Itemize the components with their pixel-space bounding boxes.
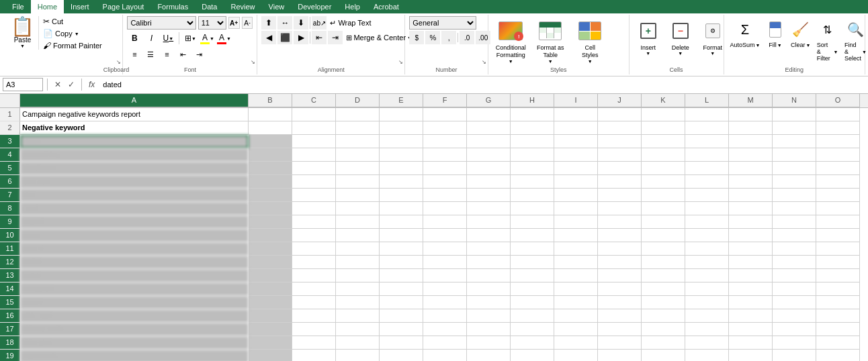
cell-l10[interactable] bbox=[685, 229, 729, 242]
delete-button[interactable]: − Delete ▼ bbox=[666, 16, 695, 57]
col-header-n[interactable]: N bbox=[773, 94, 816, 107]
row-header-2[interactable]: 2 bbox=[0, 121, 20, 135]
insert-dropdown-icon[interactable]: ▼ bbox=[646, 51, 650, 56]
cell-g7[interactable] bbox=[467, 189, 511, 202]
fill-dropdown-icon[interactable]: ▼ bbox=[210, 36, 214, 41]
accounting-format-button[interactable]: $ bbox=[409, 31, 424, 44]
cell-k10[interactable] bbox=[642, 229, 685, 242]
cell-k13[interactable] bbox=[642, 269, 685, 282]
cell-j16[interactable] bbox=[598, 309, 642, 323]
cell-c17[interactable] bbox=[292, 323, 336, 336]
cell-b5[interactable] bbox=[249, 162, 292, 175]
cell-o16[interactable] bbox=[816, 309, 860, 323]
cell-c19[interactable] bbox=[292, 350, 336, 361]
cell-b15[interactable] bbox=[249, 296, 292, 309]
autosum-dropdown[interactable]: ▼ bbox=[756, 43, 761, 48]
cell-m19[interactable] bbox=[729, 350, 773, 361]
cell-l11[interactable] bbox=[685, 242, 729, 256]
cell-n3[interactable] bbox=[773, 135, 816, 148]
cell-k17[interactable] bbox=[642, 323, 685, 336]
font-size-select[interactable]: 11 bbox=[198, 16, 226, 30]
cell-i19[interactable] bbox=[554, 350, 598, 361]
cell-o12[interactable] bbox=[816, 256, 860, 269]
middle-align-button[interactable]: ↔ bbox=[277, 16, 292, 30]
cancel-formula-button[interactable]: ✕ bbox=[52, 79, 64, 91]
cell-g3[interactable] bbox=[467, 135, 511, 148]
cell-j2[interactable] bbox=[598, 121, 642, 135]
paste-button[interactable]: 📋 Paste ▼ bbox=[7, 16, 39, 50]
center2-button[interactable]: ⬛ bbox=[277, 31, 292, 44]
cell-i2[interactable] bbox=[554, 121, 598, 135]
col-header-o[interactable]: O bbox=[816, 94, 860, 107]
cell-b17[interactable] bbox=[249, 323, 292, 336]
cell-a7[interactable]: litter bbox=[20, 189, 249, 202]
cs-dropdown-icon[interactable]: ▼ bbox=[588, 59, 593, 64]
font-color-button[interactable]: A ▼ bbox=[216, 31, 231, 46]
cell-m3[interactable] bbox=[729, 135, 773, 148]
cell-j3[interactable] bbox=[598, 135, 642, 148]
cell-b3[interactable] bbox=[249, 135, 292, 148]
cell-o6[interactable] bbox=[816, 175, 860, 189]
cell-l18[interactable] bbox=[685, 336, 729, 350]
cell-m13[interactable] bbox=[729, 269, 773, 282]
cell-h3[interactable] bbox=[511, 135, 554, 148]
row-header-1[interactable]: 1 bbox=[0, 108, 20, 121]
cell-c6[interactable] bbox=[292, 175, 336, 189]
cell-j15[interactable] bbox=[598, 296, 642, 309]
merge-center-button[interactable]: ⊞ Merge & Center ▼ bbox=[344, 33, 414, 43]
cell-h12[interactable] bbox=[511, 256, 554, 269]
cell-n17[interactable] bbox=[773, 323, 816, 336]
increase-font-size-button[interactable]: A+ bbox=[228, 17, 240, 29]
cell-c10[interactable] bbox=[292, 229, 336, 242]
cell-j4[interactable] bbox=[598, 148, 642, 162]
cell-c15[interactable] bbox=[292, 296, 336, 309]
cell-j1[interactable] bbox=[598, 108, 642, 121]
cell-i1[interactable] bbox=[554, 108, 598, 121]
cell-l3[interactable] bbox=[685, 135, 729, 148]
cell-f12[interactable] bbox=[423, 256, 467, 269]
cell-i14[interactable] bbox=[554, 282, 598, 296]
cell-g1[interactable] bbox=[467, 108, 511, 121]
cell-g9[interactable] bbox=[467, 215, 511, 229]
cell-e19[interactable] bbox=[380, 350, 423, 361]
cell-f9[interactable] bbox=[423, 215, 467, 229]
cell-b12[interactable] bbox=[249, 256, 292, 269]
sort-dropdown[interactable]: ▼ bbox=[833, 50, 838, 54]
tab-developer[interactable]: Developer bbox=[291, 0, 338, 13]
cell-o7[interactable] bbox=[816, 189, 860, 202]
autosum-button[interactable]: Σ AutoSum ▼ bbox=[728, 16, 763, 50]
cell-a8[interactable]: crust bbox=[20, 202, 249, 215]
decrease-decimal-button[interactable]: .0 bbox=[460, 31, 474, 44]
cell-f15[interactable] bbox=[423, 296, 467, 309]
cell-m11[interactable] bbox=[729, 242, 773, 256]
row-header-7[interactable]: 7 bbox=[0, 189, 20, 202]
cell-h10[interactable] bbox=[511, 229, 554, 242]
row-header-19[interactable]: 19 bbox=[0, 350, 20, 361]
cell-i18[interactable] bbox=[554, 336, 598, 350]
number-format-select[interactable]: General Number Currency Accounting Short… bbox=[409, 16, 476, 30]
cell-c11[interactable] bbox=[292, 242, 336, 256]
cell-g8[interactable] bbox=[467, 202, 511, 215]
find-dropdown[interactable]: ▼ bbox=[862, 50, 867, 54]
cell-a12[interactable]: invest bbox=[20, 256, 249, 269]
tab-data[interactable]: Data bbox=[195, 0, 224, 13]
cell-a6[interactable]: avocado bbox=[20, 175, 249, 189]
cell-k16[interactable] bbox=[642, 309, 685, 323]
cell-c9[interactable] bbox=[292, 215, 336, 229]
cell-f3[interactable] bbox=[423, 135, 467, 148]
cell-l8[interactable] bbox=[685, 202, 729, 215]
cell-c18[interactable] bbox=[292, 336, 336, 350]
cell-h6[interactable] bbox=[511, 175, 554, 189]
cell-e11[interactable] bbox=[380, 242, 423, 256]
cell-m4[interactable] bbox=[729, 148, 773, 162]
cell-c4[interactable] bbox=[292, 148, 336, 162]
col-header-g[interactable]: G bbox=[467, 94, 511, 107]
cell-f2[interactable] bbox=[423, 121, 467, 135]
fat-dropdown-icon[interactable]: ▼ bbox=[548, 59, 553, 64]
cell-d19[interactable] bbox=[336, 350, 380, 361]
cell-n15[interactable] bbox=[773, 296, 816, 309]
cell-n9[interactable] bbox=[773, 215, 816, 229]
cell-c8[interactable] bbox=[292, 202, 336, 215]
cell-j8[interactable] bbox=[598, 202, 642, 215]
cell-m2[interactable] bbox=[729, 121, 773, 135]
